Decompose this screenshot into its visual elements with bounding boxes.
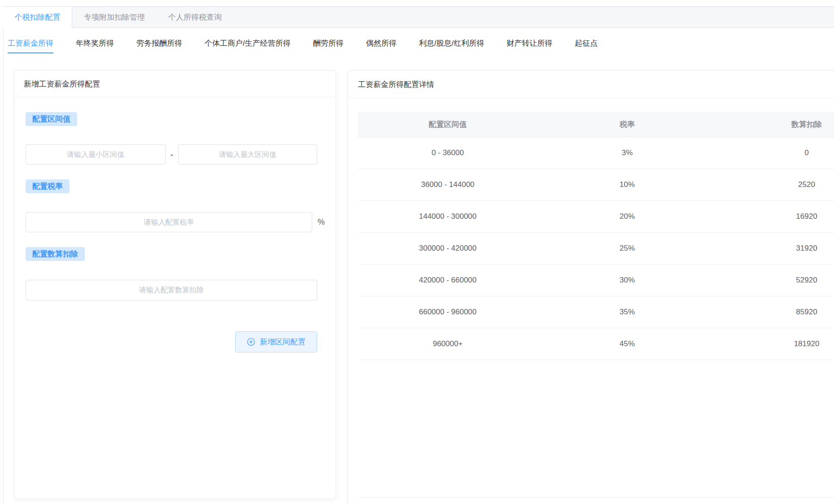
table-row: 300000 - 420000 25% 31920 — [358, 233, 834, 265]
range-cell: 960000+ — [358, 328, 537, 360]
page-left-border — [3, 6, 4, 504]
rate-cell: 25% — [537, 233, 717, 264]
tab-threshold[interactable]: 起征点 — [575, 34, 598, 53]
primary-tab-bar: 个税扣除配置 专项附加扣除管理 个人所得税查询 — [3, 6, 834, 28]
table-row: 0 - 36000 3% 0 — [358, 137, 834, 169]
tab-remuneration-income[interactable]: 酬劳所得 — [313, 34, 344, 53]
deduction-cell: 0 — [717, 137, 834, 169]
tab-property-transfer-income[interactable]: 财产转让所得 — [507, 34, 552, 53]
deduction-cell: 16920 — [717, 201, 834, 232]
button-row: 新增区间配置 — [26, 331, 317, 352]
config-detail-card-title: 工资薪金所得配置详情 — [348, 71, 834, 98]
tab-business-operation-income[interactable]: 个体工商户/生产经营所得 — [205, 34, 291, 53]
column-header-deduction: 数算扣除 — [717, 112, 834, 137]
add-range-config-label: 新增区间配置 — [260, 337, 306, 347]
page: 个税扣除配置 专项附加扣除管理 个人所得税查询 工资薪金所得 年终奖所得 劳务报… — [0, 0, 834, 504]
table-row: 144000 - 300000 20% 16920 — [358, 201, 834, 233]
deduction-cell: 181920 — [717, 328, 834, 360]
rate-cell: 30% — [537, 265, 717, 296]
tab-incidental-income[interactable]: 偶然所得 — [366, 34, 397, 53]
range-value-badge: 配置区间值 — [26, 112, 77, 126]
rate-input-row: % — [26, 212, 325, 232]
income-type-tab-bar: 工资薪金所得 年终奖所得 劳务报酬所得 个体工商户/生产经营所得 酬劳所得 偶然… — [8, 34, 620, 53]
tax-bracket-table: 配置区间值 税率 数算扣除 0 - 36000 3% 0 36000 - 144… — [358, 112, 834, 498]
range-cell: 300000 - 420000 — [358, 233, 537, 264]
max-range-input[interactable] — [178, 144, 317, 165]
rate-cell: 20% — [537, 201, 717, 232]
range-input-row: - — [26, 144, 317, 165]
tab-labor-remuneration-income[interactable]: 劳务报酬所得 — [136, 34, 182, 53]
table-header-row: 配置区间值 税率 数算扣除 — [358, 112, 834, 137]
rate-cell: 45% — [537, 328, 717, 360]
deduction-cell: 31920 — [717, 233, 834, 264]
quick-deduction-input[interactable] — [26, 280, 317, 300]
plus-circle-icon — [247, 338, 255, 346]
tax-rate-badge: 配置税率 — [26, 179, 70, 193]
add-config-card: 新增工资薪金所得配置 配置区间值 - 配置税率 % 配置数算扣除 — [14, 70, 336, 499]
quick-deduction-badge: 配置数算扣除 — [26, 247, 85, 261]
rate-cell: 10% — [537, 169, 717, 200]
min-range-input[interactable] — [26, 144, 166, 165]
tab-salary-income[interactable]: 工资薪金所得 — [8, 34, 53, 53]
tab-tax-deduction-config[interactable]: 个税扣除配置 — [3, 7, 72, 28]
column-header-range: 配置区间值 — [358, 112, 537, 137]
range-cell: 0 - 36000 — [358, 137, 537, 169]
range-cell: 144000 - 300000 — [358, 201, 537, 232]
range-cell: 420000 - 660000 — [358, 265, 537, 296]
tab-special-additional-deduction[interactable]: 专项附加扣除管理 — [72, 7, 157, 27]
add-config-card-title: 新增工资薪金所得配置 — [15, 71, 336, 97]
rate-cell: 35% — [537, 296, 717, 328]
table-row: 960000+ 45% 181920 — [358, 328, 834, 360]
deduction-cell: 2520 — [717, 169, 834, 200]
range-separator: - — [166, 151, 178, 159]
rate-cell: 3% — [537, 137, 717, 169]
tab-interest-dividend-income[interactable]: 利息/股息/红利所得 — [419, 34, 484, 53]
table-row: 660000 - 960000 35% 85920 — [358, 296, 834, 328]
config-detail-card: 工资薪金所得配置详情 配置区间值 税率 数算扣除 0 - 36000 3% 0 … — [348, 70, 834, 504]
table-row: 420000 - 660000 30% 52920 — [358, 265, 834, 296]
tab-personal-income-tax-query[interactable]: 个人所得税查询 — [157, 7, 233, 27]
add-config-form: 配置区间值 - 配置税率 % 配置数算扣除 — [15, 97, 336, 352]
deduction-input-row — [26, 280, 325, 300]
config-detail-body: 配置区间值 税率 数算扣除 0 - 36000 3% 0 36000 - 144… — [348, 98, 834, 498]
percent-suffix: % — [318, 217, 325, 227]
column-header-rate: 税率 — [537, 112, 717, 137]
add-range-config-button[interactable]: 新增区间配置 — [235, 331, 317, 352]
deduction-cell: 52920 — [717, 265, 834, 296]
tax-rate-input[interactable] — [26, 212, 312, 232]
deduction-cell: 85920 — [717, 296, 834, 328]
tab-annual-bonus-income[interactable]: 年终奖所得 — [76, 34, 114, 53]
table-row: 36000 - 144000 10% 2520 — [358, 169, 834, 201]
range-cell: 660000 - 960000 — [358, 296, 537, 328]
range-cell: 36000 - 144000 — [358, 169, 537, 200]
